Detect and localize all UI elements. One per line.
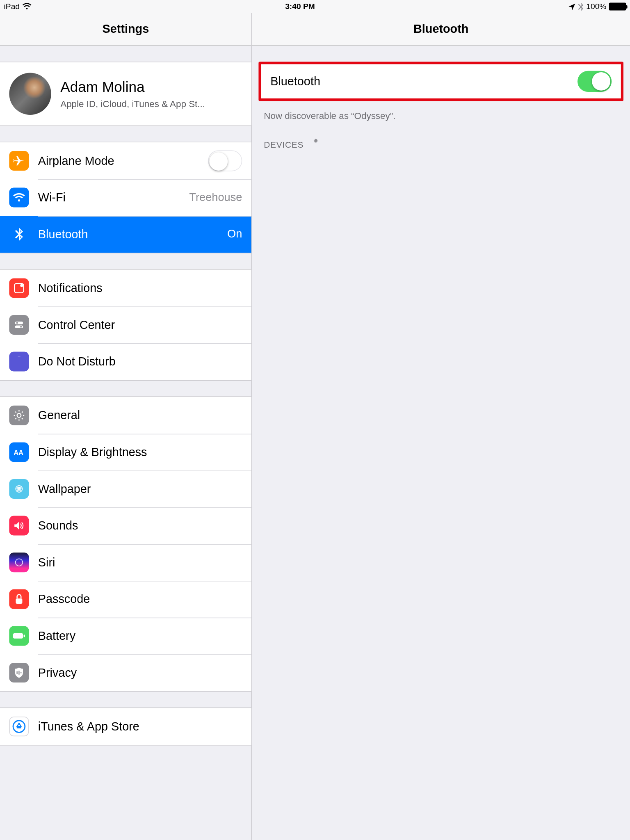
- wallpaper-row[interactable]: Wallpaper: [0, 470, 251, 507]
- notifications-icon: [9, 278, 29, 298]
- bluetooth-icon: [9, 224, 29, 244]
- wifi-label: Wi-Fi: [38, 191, 184, 205]
- bluetooth-toggle[interactable]: [578, 71, 612, 92]
- profile-row[interactable]: Adam Molina Apple ID, iCloud, iTunes & A…: [0, 62, 251, 126]
- dnd-label: Do Not Disturb: [38, 355, 242, 369]
- bluetooth-toggle-row[interactable]: Bluetooth: [261, 64, 621, 98]
- spinner-icon: [310, 139, 321, 150]
- notifications-label: Notifications: [38, 281, 242, 295]
- control-center-icon: [9, 315, 29, 335]
- bluetooth-status-icon: [578, 2, 584, 11]
- control-center-row[interactable]: Control Center: [0, 306, 251, 343]
- bluetooth-value: On: [227, 228, 242, 241]
- display-label: Display & Brightness: [38, 445, 242, 459]
- svg-point-1: [20, 284, 23, 287]
- svg-point-5: [20, 326, 22, 328]
- gear-icon: [9, 406, 29, 425]
- general-label: General: [38, 409, 242, 422]
- svg-point-6: [17, 413, 21, 418]
- privacy-label: Privacy: [38, 666, 242, 680]
- svg-point-4: [16, 322, 18, 324]
- sounds-label: Sounds: [38, 519, 242, 533]
- sounds-icon: [9, 516, 29, 536]
- profile-name: Adam Molina: [60, 79, 205, 96]
- devices-header-text: DEVICES: [264, 139, 304, 149]
- device-label: iPad: [4, 2, 20, 11]
- privacy-row[interactable]: Privacy: [0, 654, 251, 691]
- bluetooth-detail-pane: Bluetooth Bluetooth Now discoverable as …: [252, 13, 630, 840]
- svg-point-10: [16, 559, 23, 566]
- svg-text:AA: AA: [14, 449, 24, 456]
- location-icon: [568, 3, 576, 10]
- lock-icon: [9, 589, 29, 609]
- svg-rect-11: [16, 598, 22, 604]
- wifi-icon: [22, 3, 31, 10]
- appstore-icon: [9, 717, 29, 736]
- dnd-row[interactable]: Do Not Disturb: [0, 343, 251, 380]
- profile-subtitle: Apple ID, iCloud, iTunes & App St...: [60, 98, 205, 109]
- bluetooth-row[interactable]: Bluetooth On: [0, 216, 251, 253]
- battery-icon: [609, 2, 626, 10]
- bluetooth-toggle-label: Bluetooth: [270, 75, 578, 89]
- airplane-icon: [9, 151, 29, 171]
- avatar: [9, 73, 51, 115]
- siri-icon: [9, 552, 29, 572]
- display-icon: AA: [9, 442, 29, 462]
- siri-label: Siri: [38, 555, 242, 569]
- moon-icon: [9, 352, 29, 372]
- wifi-settings-icon: [9, 188, 29, 208]
- itunes-row[interactable]: iTunes & App Store: [0, 708, 251, 745]
- notifications-row[interactable]: Notifications: [0, 270, 251, 307]
- clock: 3:40 PM: [285, 2, 315, 11]
- status-bar: iPad 3:40 PM 100%: [0, 0, 630, 13]
- battery-settings-icon: [9, 626, 29, 646]
- display-row[interactable]: AA Display & Brightness: [0, 434, 251, 471]
- bluetooth-toggle-highlight: Bluetooth: [258, 62, 623, 101]
- wallpaper-icon: [9, 479, 29, 499]
- settings-header: Settings: [0, 13, 251, 46]
- siri-row[interactable]: Siri: [0, 544, 251, 581]
- battery-label: Battery: [38, 629, 242, 643]
- settings-sidebar[interactable]: Settings Adam Molina Apple ID, iCloud, i…: [0, 13, 252, 840]
- sounds-row[interactable]: Sounds: [0, 507, 251, 544]
- airplane-label: Airplane Mode: [38, 154, 208, 168]
- discoverable-note: Now discoverable as “Odyssey”.: [252, 105, 630, 121]
- detail-header: Bluetooth: [252, 13, 630, 46]
- general-row[interactable]: General: [0, 397, 251, 434]
- wallpaper-label: Wallpaper: [38, 482, 242, 496]
- wifi-value: Treehouse: [189, 191, 242, 204]
- control-center-label: Control Center: [38, 318, 242, 332]
- battery-row[interactable]: Battery: [0, 618, 251, 655]
- svg-rect-13: [24, 635, 25, 637]
- airplane-mode-row[interactable]: Airplane Mode: [0, 142, 251, 179]
- itunes-label: iTunes & App Store: [38, 719, 242, 733]
- privacy-icon: [9, 663, 29, 682]
- bluetooth-label: Bluetooth: [38, 227, 222, 241]
- passcode-label: Passcode: [38, 592, 242, 606]
- wifi-row[interactable]: Wi-Fi Treehouse: [0, 179, 251, 216]
- svg-rect-12: [13, 633, 23, 639]
- battery-percent: 100%: [586, 2, 606, 11]
- passcode-row[interactable]: Passcode: [0, 581, 251, 618]
- airplane-toggle[interactable]: [208, 150, 242, 171]
- devices-header: DEVICES: [252, 121, 630, 153]
